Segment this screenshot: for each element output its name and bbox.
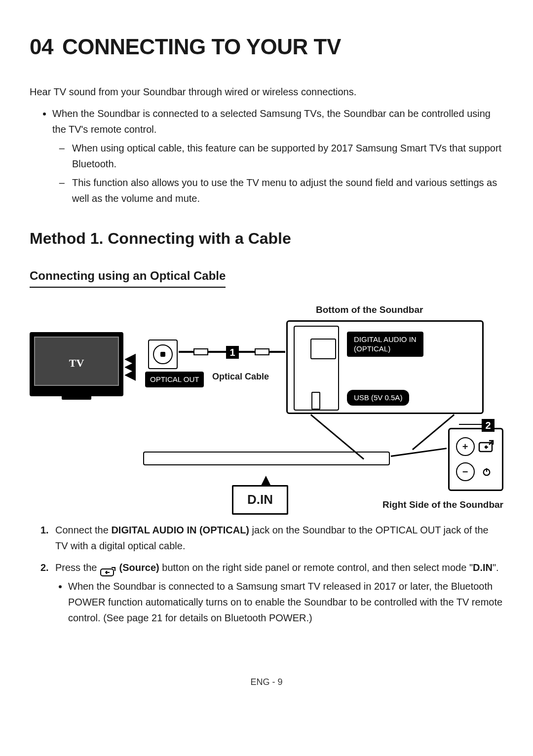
soundbar-ports-panel: DIGITAL AUDIO IN (OPTICAL) USB (5V 0.5A) [286,320,484,414]
tv-label: TV [31,354,122,372]
chapter-heading: 04CONNECTING TO YOUR TV [30,30,503,64]
cable-plug-icon [193,348,208,355]
step-text-pre: Press the [55,562,100,573]
leader-line [391,448,447,456]
caption-bottom: Right Side of the Soundbar [382,497,503,512]
digital-audio-in-label: DIGITAL AUDIO IN (OPTICAL) [347,332,423,357]
source-button-icon [477,437,496,456]
volume-down-button-icon: − [456,462,475,481]
step-text-bold: (Source) [119,562,159,573]
step-item: 2. Press the (Source) button on the righ… [43,560,503,626]
din-label: D.IN [232,485,288,515]
callout-2: 2 [482,419,495,432]
callout-1: 1 [226,346,239,359]
cable-plug-icon [255,348,269,355]
dash-item: When using optical cable, this feature c… [70,140,503,172]
cable-label: Optical Cable [212,370,269,384]
instruction-steps: 1. Connect the DIGITAL AUDIO IN (OPTICAL… [30,522,503,626]
optical-in-port-icon [310,339,336,359]
step-text-bold2: D.IN [473,562,493,573]
connection-diagram: Bottom of the Soundbar TV ◀◀◀ OPTICAL OU… [30,302,503,512]
usb-label: USB (5V 0.5A) [347,390,409,406]
optical-port-icon [148,340,178,369]
step-text-pre: Connect the [55,525,111,535]
step-number: 2. [40,560,49,575]
volume-up-button-icon: + [456,437,475,456]
chapter-title: CONNECTING TO YOUR TV [62,35,341,59]
direction-arrows-icon: ◀◀◀ [124,354,136,378]
callout-line [459,424,482,425]
dash-item: This function also allows you to use the… [70,175,503,206]
step-text-post2: ". [493,562,499,573]
panel-recess [294,326,339,411]
optical-out-label: OPTICAL OUT [145,372,204,387]
soundbar-icon [143,452,390,465]
sub-heading: Connecting using an Optical Cable [30,266,226,288]
step-text-post: button on the right side panel or remote… [159,562,473,573]
step-item: 1. Connect the DIGITAL AUDIO IN (OPTICAL… [43,522,503,554]
step-subbullets: When the Soundbar is connected to a Sams… [55,578,503,626]
bullet-item: When the Soundbar is connected to a sele… [52,106,503,206]
method-heading: Method 1. Connecting with a Cable [30,226,503,251]
tv-stand [62,395,91,400]
power-button-icon [477,462,496,481]
usb-port-icon [311,392,320,410]
step-number: 1. [40,522,49,538]
intro-text: Hear TV sound from your Soundbar through… [30,84,503,100]
soundbar-side-panel: + − [448,428,503,491]
caption-top: Bottom of the Soundbar [316,302,423,317]
tv-icon: TV [30,332,123,396]
source-icon [100,564,116,573]
intro-bullets: When the Soundbar is connected to a sele… [30,106,503,206]
bullet-text: When the Soundbar is connected to a sele… [52,108,491,135]
sub-bullet-item: When the Soundbar is connected to a Sams… [68,578,503,626]
page-footer: ENG - 9 [30,675,503,689]
sub-dashes: When using optical cable, this feature c… [52,140,503,206]
chapter-number: 04 [30,35,53,59]
step-text-bold: DIGITAL AUDIO IN (OPTICAL) [111,525,249,535]
